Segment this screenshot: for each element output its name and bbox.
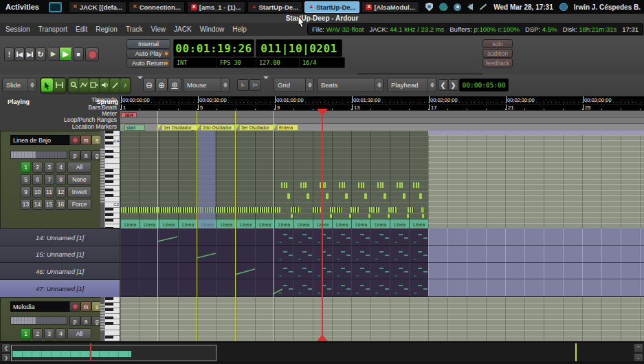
location-marker[interactable]: 2do Oscilador: [197, 125, 235, 131]
channel-all-button[interactable]: All: [67, 162, 91, 173]
taskbar-window-button[interactable]: ✕Connection...: [129, 1, 185, 13]
midi-channel-15[interactable]: 15: [44, 199, 54, 210]
shrink-tracks-button[interactable]: I-: [237, 79, 249, 91]
midi-note[interactable]: [384, 193, 386, 199]
midi-note[interactable]: [345, 193, 348, 199]
menu-transport[interactable]: Transport: [38, 25, 67, 33]
taskbar-window-button[interactable]: ▲StartUp-De...: [247, 1, 302, 13]
track-record-button[interactable]: [69, 301, 80, 312]
midi-channel-3[interactable]: 3: [44, 162, 54, 173]
solo-button[interactable]: solo: [482, 39, 513, 48]
stop-button[interactable]: ■: [73, 47, 84, 61]
midi-note[interactable]: [368, 214, 370, 218]
loop-button[interactable]: ↻: [35, 47, 46, 61]
region-name-cell[interactable]: Linea: [351, 220, 370, 229]
range-tool[interactable]: [54, 78, 65, 92]
audition-button[interactable]: audition: [482, 49, 513, 58]
zoom-in-button[interactable]: ⊕: [155, 78, 168, 92]
nudge-back-button[interactable]: ❮: [438, 79, 448, 91]
region-name-cell[interactable]: Linea: [120, 220, 140, 229]
midi-note[interactable]: [313, 207, 321, 213]
playhead-bottom-triangle[interactable]: [317, 334, 328, 341]
goto-end-button[interactable]: ▶: [25, 47, 35, 61]
track-name-field[interactable]: Linea de Bajo: [10, 135, 70, 145]
menu-jack[interactable]: JACK: [174, 25, 192, 33]
midi-channel-16[interactable]: 16: [56, 199, 66, 210]
midi-channel-1[interactable]: 1: [21, 162, 31, 173]
grow-tracks-button[interactable]: I+: [249, 79, 261, 91]
menu-window[interactable]: Window: [200, 25, 225, 33]
tempo-display[interactable]: 127.00: [256, 57, 301, 68]
auto-play-button[interactable]: Auto Play: [126, 49, 170, 58]
playlist-button[interactable]: p: [69, 150, 80, 160]
auto-return-button[interactable]: Auto Return: [126, 58, 170, 68]
playhead-top-triangle[interactable]: [317, 109, 328, 116]
midi-channel-10[interactable]: 10: [32, 186, 43, 197]
grid-unit-combo[interactable]: Beats: [317, 78, 384, 92]
track-name-field[interactable]: Melodia: [10, 301, 70, 312]
midi-channel-3[interactable]: 3: [44, 328, 54, 339]
region-name-cell[interactable]: Linea: [274, 220, 293, 229]
region-name-cell[interactable]: Linea: [178, 220, 197, 229]
region-name-cell[interactable]: Linea: [370, 220, 390, 229]
midi-channel-14[interactable]: 14: [32, 199, 43, 210]
primary-clock[interactable]: 00:01:19:26: [173, 39, 254, 57]
automation-curves[interactable]: [120, 228, 644, 297]
automation-lane-header[interactable]: 15: Unnamed [1]: [0, 246, 120, 263]
track-mute-button[interactable]: m: [80, 135, 91, 145]
system-clock[interactable]: Wed Mar 28, 17:31: [493, 3, 553, 11]
midi-note[interactable]: [407, 214, 409, 218]
user-name[interactable]: Irwin J. Céspedes B.: [574, 3, 641, 11]
menu-track[interactable]: Track: [126, 25, 143, 33]
stretch-tool[interactable]: [89, 78, 99, 92]
midi-channel-1[interactable]: 1: [21, 328, 31, 339]
region-name-cell[interactable]: Linea: [255, 220, 274, 229]
midi-channel-8[interactable]: 8: [56, 174, 66, 185]
summary-zoom-in-button[interactable]: ⌃: [634, 343, 643, 353]
location-marker[interactable]: 3er Oscilador: [235, 125, 274, 131]
midi-note[interactable]: [307, 193, 309, 199]
track-header-melodia[interactable]: Melodia m s p a g 1234All5678None: [0, 297, 102, 341]
region-name-cell[interactable]: Linea: [159, 220, 178, 229]
region-name-cell[interactable]: Linea: [332, 220, 351, 229]
channel-all-button[interactable]: All: [67, 328, 91, 339]
track-header-linea-de-bajo[interactable]: Linea de Bajo m s p a g 1234All5678None9…: [0, 131, 102, 229]
input-method-icon[interactable]: [480, 3, 487, 10]
midi-channel-4[interactable]: 4: [56, 162, 66, 173]
piano-keyboard[interactable]: C4 C2: [104, 131, 120, 228]
midi-note[interactable]: [397, 182, 403, 188]
midi-channel-9[interactable]: 9: [21, 186, 31, 197]
nudge-clock[interactable]: 00:00:05:00: [459, 78, 509, 92]
midi-note[interactable]: [358, 182, 365, 188]
midi-note[interactable]: [419, 193, 422, 199]
edit-point-combo[interactable]: Playhead: [387, 78, 436, 92]
midi-note[interactable]: [413, 182, 420, 188]
nudge-forward-button[interactable]: ❯: [448, 79, 458, 91]
menu-help[interactable]: Help: [232, 25, 247, 33]
edit-mode-combo[interactable]: Slide: [2, 78, 36, 92]
play-button[interactable]: ▶: [60, 47, 71, 60]
shield-icon[interactable]: [425, 3, 433, 12]
edit-midi-tool[interactable]: ♪: [120, 78, 130, 92]
menu-edit[interactable]: Edit: [76, 25, 87, 33]
midi-region-linea-de-bajo[interactable]: [120, 131, 428, 228]
automation-lane-header[interactable]: 14: Unnamed [1]: [0, 228, 120, 246]
selection-band[interactable]: [197, 131, 215, 228]
audition-tool[interactable]: [100, 78, 109, 92]
midi-note[interactable]: [287, 193, 290, 199]
play-range-button[interactable]: ▶: [47, 47, 60, 60]
region-name-cell[interactable]: Linea: [140, 220, 159, 229]
midi-note[interactable]: [326, 193, 329, 199]
track-empty-area[interactable]: [428, 135, 644, 228]
draw-automation-tool[interactable]: [79, 78, 89, 92]
snap-mode-combo[interactable]: Grid: [274, 78, 314, 92]
location-marker[interactable]: 1er Oscilador_: [157, 125, 197, 131]
automation-lane-header[interactable]: 46: Unnamed [1]: [0, 262, 120, 280]
midi-note[interactable]: [369, 207, 379, 213]
midi-note[interactable]: [408, 207, 414, 213]
goto-start-button[interactable]: ◀: [14, 47, 25, 61]
location-marker[interactable]: start: [120, 125, 145, 131]
region-name-cell[interactable]: Linea: [236, 220, 255, 229]
midi-channel-12[interactable]: 12: [56, 186, 66, 197]
playlist-button[interactable]: p: [69, 316, 80, 326]
